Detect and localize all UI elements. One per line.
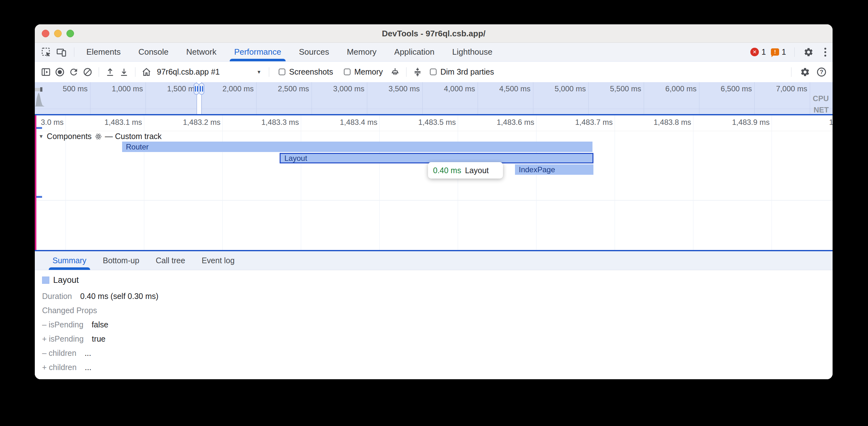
track-title: Components [47,132,92,141]
summary-row-value: true [92,334,105,343]
error-badge[interactable]: ✕ 1 [750,47,766,57]
gridline [644,82,644,116]
inspect-icon[interactable] [40,46,52,58]
settings-gear-icon[interactable] [803,46,814,58]
details-tabbar: SummaryBottom-upCall treeEvent log [35,251,833,270]
overview-ruler-label: 6,500 ms [721,85,752,93]
event-tooltip: 0.40 ms Layout [428,162,503,178]
checkbox-label: Screenshots [289,67,333,76]
gridline [810,82,810,116]
net-row-separator [35,109,833,109]
detail-ruler-label: 1,483.3 ms [261,118,299,127]
dropdown-caret-icon: ▼ [256,69,261,74]
summary-row-label: – children [42,348,76,358]
tab-network[interactable]: Network [186,43,216,61]
detail-ruler-label: 1,484 [829,118,833,127]
tab-summary[interactable]: Summary [53,251,86,270]
toolbar-right: ? [788,66,828,78]
event-legend: Layout [42,275,833,285]
tab-application[interactable]: Application [394,43,434,61]
overview-ruler-label: 3,500 ms [389,85,420,93]
collapse-triangle-icon[interactable]: ▼ [39,134,44,139]
gridline [754,82,755,116]
tab-memory[interactable]: Memory [347,43,376,61]
event-color-swatch [42,276,49,284]
net-row-label: NET [814,105,829,114]
more-options-icon[interactable] [823,46,828,58]
reload-record-icon[interactable] [68,66,80,78]
tab-bottom-up[interactable]: Bottom-up [103,251,139,270]
gridline [301,116,301,250]
main-tabbar: ElementsConsoleNetworkPerformanceSources… [35,43,833,62]
download-profile-icon[interactable] [118,66,130,78]
gridline [222,116,223,250]
overview-ruler-label: 3,000 ms [333,85,364,93]
screenshot-chip [35,88,40,91]
gridline [256,82,256,116]
device-toolbar-icon[interactable] [56,46,67,58]
upload-profile-icon[interactable] [104,66,116,78]
help-icon[interactable]: ? [815,66,828,78]
titlebar: DevTools - 97r6ql.csb.app/ [35,24,833,43]
cpu-activity-chart [35,91,44,106]
clipped-event-fragment [36,127,42,129]
overview-ruler-label: 500 ms [63,85,88,93]
perf-settings-gear-icon[interactable] [799,66,811,78]
record-icon[interactable] [54,66,66,78]
summary-row-value: ... [85,348,91,358]
toggle-sidebar-icon[interactable] [40,66,52,78]
home-icon[interactable] [141,66,152,78]
gridline [536,116,536,250]
tab-console[interactable]: Console [138,43,168,61]
checkbox-box [344,69,350,75]
selection-handle-right[interactable] [199,83,204,95]
summary-row-value: false [92,320,108,329]
summary-row-value: 0.40 ms (self 0.30 ms) [80,291,158,301]
summary-row-label: Changed Props [42,305,97,315]
overview-ruler-label: 5,500 ms [610,85,641,93]
overview-ruler-label: 6,000 ms [665,85,696,93]
issue-icon: ! [771,48,779,56]
target-selector[interactable]: 97r6ql.csb.app #1 ▼ [157,67,261,76]
error-count: 1 [762,47,766,57]
tab-performance[interactable]: Performance [234,43,281,61]
summary-row: + isPendingtrue [42,334,833,343]
garbage-collect-icon[interactable] [389,66,401,78]
tab-lighthouse[interactable]: Lighthouse [452,43,493,61]
screenshots-checkbox[interactable]: Screenshots [279,67,333,76]
detail-ruler-label: 1,483.8 ms [654,118,691,127]
tab-elements[interactable]: Elements [86,43,121,61]
tab-sources[interactable]: Sources [299,43,329,61]
dim-3rd-parties-checkbox[interactable]: Dim 3rd parties [430,67,494,76]
summary-row-label: Duration [42,291,72,301]
gridline [367,82,367,116]
atom-icon [95,133,102,140]
clear-icon[interactable] [82,66,94,78]
svg-text:?: ? [819,69,823,75]
event-router[interactable]: Router [122,141,592,152]
summary-rows: Duration0.40 ms (self 0.30 ms)Changed Pr… [42,291,833,372]
tab-event-log[interactable]: Event log [202,251,235,270]
cpu-row-label: CPU [813,94,829,103]
capture-settings-icon[interactable] [411,66,424,78]
divider [791,67,792,77]
tab-call-tree[interactable]: Call tree [156,251,185,270]
track-header[interactable]: ▼ Components — Custom track [39,132,162,141]
summary-row: Changed Props [42,305,833,315]
checkbox-box [279,69,285,75]
summary-row: – children... [42,348,833,358]
timeline-overview[interactable]: 500 ms1,000 ms1,500 ms2,000 ms2,500 ms3,… [35,82,833,116]
divider [406,67,406,77]
issues-badge[interactable]: ! 1 [771,47,786,57]
overview-ruler-label: 2,500 ms [278,85,309,93]
window-title: DevTools - 97r6ql.csb.app/ [35,24,833,43]
gridline [699,82,700,116]
memory-checkbox[interactable]: Memory [344,67,383,76]
desktop-background: DevTools - 97r6ql.csb.app/ ElementsConso… [0,0,868,426]
event-indexpage[interactable]: IndexPage [515,164,593,175]
overview-ruler-label: 1,000 ms [112,85,143,93]
flamechart[interactable]: 3.0 ms1,483.1 ms1,483.2 ms1,483.3 ms1,48… [35,116,833,251]
gridline [312,82,312,116]
tabbar-right: ✕ 1 ! 1 [750,43,828,61]
perf-toolbar: 97r6ql.csb.app #1 ▼ Screenshots Memory [35,62,833,82]
